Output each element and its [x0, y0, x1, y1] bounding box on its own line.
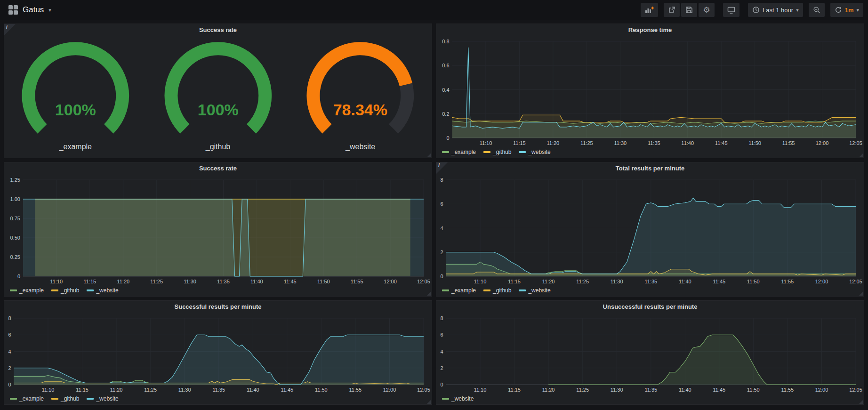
panel-title[interactable]: Unsuccessful results per minute — [436, 301, 864, 313]
svg-text:0: 0 — [440, 273, 443, 279]
gauge-_website[interactable]: 78.34%_website — [289, 36, 432, 158]
success-rate-chart[interactable]: 00.250.500.751.001.2511:1011:1511:2011:2… — [4, 174, 432, 286]
total-results-per-minute-plot[interactable]: 0246811:1011:1511:2011:2511:3011:3511:40… — [436, 174, 864, 286]
refresh-icon — [835, 6, 842, 14]
legend-item-_example[interactable]: _example — [442, 287, 476, 294]
panel-resize-handle[interactable] — [859, 400, 863, 404]
panel-title[interactable]: Success rate — [4, 24, 432, 36]
legend-item-_website[interactable]: _website — [87, 395, 118, 402]
svg-text:11:15: 11:15 — [508, 279, 521, 284]
svg-text:11:55: 11:55 — [782, 140, 795, 146]
svg-text:12:00: 12:00 — [816, 140, 829, 146]
svg-text:11:25: 11:25 — [144, 387, 157, 393]
panel-resize-handle[interactable] — [427, 153, 431, 157]
add-panel-button[interactable] — [641, 3, 658, 17]
svg-text:11:10: 11:10 — [474, 387, 487, 393]
unsuccessful-results-chart[interactable]: 0246811:1011:1511:2011:2511:3011:3511:40… — [436, 313, 864, 394]
svg-text:11:20: 11:20 — [542, 279, 555, 284]
legend-series-label: _website — [451, 395, 474, 402]
svg-text:11:20: 11:20 — [110, 387, 123, 393]
svg-text:12:00: 12:00 — [383, 387, 396, 393]
legend-item-_website[interactable]: _website — [519, 149, 550, 155]
svg-text:11:30: 11:30 — [178, 387, 191, 393]
unsuccessful-results-per-minute-plot[interactable]: 0246811:1011:1511:2011:2511:3011:3511:40… — [436, 313, 864, 394]
panel-title[interactable]: Total results per minute — [436, 162, 864, 174]
panel-resize-handle[interactable] — [427, 400, 431, 404]
gauge-row: 100%_example100%_github78.34%_website — [4, 36, 432, 158]
response-time-plot[interactable]: 00.20.40.60.811:1011:1511:2011:2511:3011… — [436, 36, 864, 147]
panel-successful-results: Successful results per minute 0246811:10… — [4, 300, 432, 405]
svg-text:0: 0 — [446, 135, 449, 141]
panel-resize-handle[interactable] — [859, 153, 863, 157]
legend-series-label: _github — [493, 149, 511, 155]
dashboard-title[interactable]: Gatus — [23, 5, 44, 15]
panel-success-rate-graph: Success rate 00.250.500.751.001.2511:101… — [4, 162, 432, 297]
legend-series-label: _website — [528, 287, 550, 294]
svg-text:11:30: 11:30 — [614, 140, 627, 146]
panel-info-corner[interactable]: i — [4, 24, 16, 35]
svg-text:0: 0 — [8, 382, 11, 387]
response-time-chart[interactable]: 00.20.40.60.811:1011:1511:2011:2511:3011… — [436, 36, 864, 147]
gauge-_github[interactable]: 100%_github — [147, 36, 289, 158]
dashboards-grid-icon[interactable] — [8, 5, 18, 15]
svg-text:11:45: 11:45 — [281, 387, 293, 393]
refresh-picker[interactable]: 1m ▾ — [830, 3, 863, 17]
info-icon: i — [6, 24, 8, 30]
successful-results-chart[interactable]: 0246811:1011:1511:2011:2511:3011:3511:40… — [4, 313, 432, 394]
svg-text:11:15: 11:15 — [508, 387, 521, 393]
legend-item-_website[interactable]: _website — [87, 287, 118, 294]
svg-text:11:55: 11:55 — [781, 387, 794, 393]
svg-text:4: 4 — [440, 349, 443, 354]
chart-legend: _website — [436, 394, 864, 404]
share-button[interactable] — [664, 3, 680, 17]
svg-text:11:15: 11:15 — [513, 140, 526, 146]
legend-item-_github[interactable]: _github — [483, 287, 511, 294]
svg-text:2: 2 — [8, 365, 11, 371]
panel-resize-handle[interactable] — [859, 291, 863, 296]
zoom-out-button[interactable] — [809, 3, 825, 17]
success-rate-plot[interactable]: 00.250.500.751.001.2511:1011:1511:2011:2… — [4, 174, 432, 286]
svg-text:11:30: 11:30 — [611, 387, 623, 393]
legend-item-_example[interactable]: _example — [10, 287, 44, 294]
tv-mode-button[interactable] — [723, 3, 739, 17]
save-icon — [685, 6, 693, 14]
total-results-chart[interactable]: 0246811:1011:1511:2011:2511:3011:3511:40… — [436, 174, 864, 286]
chevron-down-icon: ▾ — [856, 8, 859, 13]
panel-title[interactable]: Response time — [436, 24, 864, 36]
time-range-picker[interactable]: Last 1 hour ▾ — [748, 3, 803, 17]
settings-button[interactable]: ⚙ — [699, 3, 715, 17]
svg-text:11:50: 11:50 — [315, 387, 328, 393]
legend-item-_github[interactable]: _github — [483, 149, 511, 155]
successful-results-per-minute-plot[interactable]: 0246811:1011:1511:2011:2511:3011:3511:40… — [4, 313, 432, 394]
svg-text:11:50: 11:50 — [748, 140, 761, 146]
svg-text:11:10: 11:10 — [50, 279, 63, 284]
legend-series-swatch — [483, 289, 490, 291]
panel-title[interactable]: Successful results per minute — [4, 301, 432, 313]
legend-item-_example[interactable]: _example — [10, 395, 44, 402]
svg-text:0: 0 — [17, 273, 20, 279]
save-button[interactable] — [681, 3, 697, 17]
chevron-down-icon[interactable]: ▾ — [48, 8, 51, 13]
chevron-down-icon: ▾ — [796, 8, 799, 13]
info-icon: i — [438, 163, 440, 168]
svg-text:12:00: 12:00 — [815, 279, 828, 284]
svg-text:11:50: 11:50 — [747, 387, 760, 393]
legend-series-swatch — [483, 151, 490, 153]
legend-item-_website[interactable]: _website — [519, 287, 550, 294]
legend-series-swatch — [519, 151, 526, 153]
gauge-_example[interactable]: 100%_example — [4, 36, 147, 158]
legend-series-swatch — [10, 289, 17, 291]
legend-series-swatch — [87, 289, 94, 291]
svg-text:11:10: 11:10 — [474, 279, 487, 284]
legend-item-_github[interactable]: _github — [51, 395, 79, 402]
svg-text:11:35: 11:35 — [648, 140, 660, 146]
svg-text:1.00: 1.00 — [10, 196, 20, 202]
legend-item-_website[interactable]: _website — [442, 395, 474, 402]
svg-text:11:25: 11:25 — [580, 140, 593, 146]
panel-resize-handle[interactable] — [427, 291, 431, 296]
panel-info-corner[interactable]: i — [436, 162, 448, 174]
legend-item-_example[interactable]: _example — [442, 149, 476, 155]
legend-item-_github[interactable]: _github — [51, 287, 79, 294]
svg-text:12:05: 12:05 — [849, 140, 862, 146]
panel-title[interactable]: Success rate — [4, 162, 432, 174]
